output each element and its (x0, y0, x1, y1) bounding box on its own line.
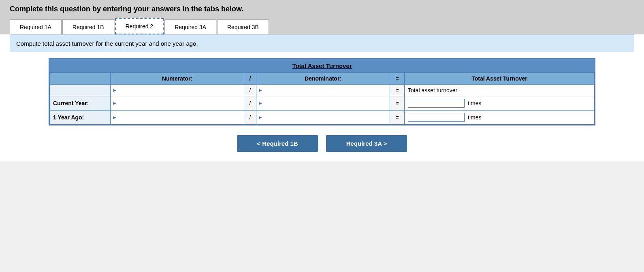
one-year-ago-result-cell: times (405, 110, 595, 125)
input-header-numerator[interactable] (119, 86, 242, 94)
asset-turnover-table: Numerator: / Denominator: = Total Asset … (49, 72, 595, 125)
input-header-denominator[interactable] (264, 86, 388, 94)
input-one-year-ago-denominator[interactable] (264, 113, 388, 121)
prev-button[interactable]: < Required 1B (237, 135, 318, 152)
current-year-equals: = (390, 96, 405, 110)
main-content: Compute total asset turnover for the cur… (0, 34, 644, 162)
tab-required-1a[interactable]: Required 1A (10, 19, 62, 34)
row-header-slash: / (244, 85, 256, 96)
tab-required-3b[interactable]: Required 3B (217, 19, 269, 34)
th-equals: = (390, 73, 405, 85)
current-year-label: Current Year: (50, 96, 111, 110)
one-year-ago-slash: / (244, 110, 256, 125)
th-result: Total Asset Turnover (405, 73, 595, 85)
input-current-year-denominator[interactable] (264, 99, 388, 107)
table-title: Total Asset Turnover (49, 59, 595, 72)
tab-required-2[interactable]: Required 2 (115, 18, 164, 34)
table-header-row: Numerator: / Denominator: = Total Asset … (50, 73, 595, 85)
one-year-ago-times: times (468, 114, 481, 121)
one-year-ago-denominator-cell: ► (256, 110, 390, 125)
table-row-header-data: ► / ► = Total asset turnover (50, 85, 595, 96)
instruction-text: Compute total asset turnover for the cur… (16, 40, 198, 47)
th-label (50, 73, 111, 85)
current-year-result-cell: times (405, 96, 595, 110)
row-header-numerator-wrapper: ► (112, 86, 242, 94)
arrow-icon-header-den: ► (258, 87, 263, 93)
row-header-label (50, 85, 111, 96)
tabs-row: Required 1A Required 1B Required 2 Requi… (0, 18, 644, 34)
input-current-year-numerator[interactable] (119, 99, 242, 107)
row-header-result-cell: Total asset turnover (405, 85, 595, 96)
instruction-bar: Compute total asset turnover for the cur… (10, 34, 634, 52)
current-year-times: times (468, 100, 481, 106)
banner-title: Complete this question by entering your … (10, 5, 634, 18)
current-year-numerator-cell: ► (111, 96, 244, 110)
arrow-icon-cy-num: ► (112, 100, 117, 106)
table-row-current-year: Current Year: ► / ► = (50, 96, 595, 110)
th-numerator: Numerator: (111, 73, 244, 85)
input-one-year-ago-numerator[interactable] (119, 113, 242, 121)
one-year-ago-denominator-wrapper: ► (258, 113, 388, 121)
arrow-icon-cy-den: ► (258, 100, 263, 106)
arrow-icon-oya-num: ► (112, 115, 117, 120)
th-denominator: Denominator: (256, 73, 390, 85)
input-one-year-ago-result[interactable] (408, 113, 465, 122)
tab-required-3a[interactable]: Required 3A (164, 19, 216, 34)
current-year-denominator-cell: ► (256, 96, 390, 110)
top-banner: Complete this question by entering your … (0, 0, 644, 18)
one-year-ago-label: 1 Year Ago: (50, 110, 111, 125)
one-year-ago-numerator-cell: ► (111, 110, 244, 125)
nav-buttons: < Required 1B Required 3A > (10, 135, 634, 152)
row-header-denominator-wrapper: ► (258, 86, 388, 94)
arrow-icon-header-num: ► (112, 87, 117, 93)
asset-turnover-table-container: Total Asset Turnover Numerator: / Denomi… (49, 58, 595, 125)
one-year-ago-result-wrapper: times (408, 113, 591, 122)
current-year-numerator-wrapper: ► (112, 99, 242, 107)
row-header-denominator-cell: ► (256, 85, 390, 96)
th-slash: / (244, 73, 256, 85)
one-year-ago-numerator-wrapper: ► (112, 113, 242, 121)
one-year-ago-equals: = (390, 110, 405, 125)
row-header-numerator-cell: ► (111, 85, 244, 96)
current-year-result-wrapper: times (408, 99, 591, 108)
current-year-denominator-wrapper: ► (258, 99, 388, 107)
arrow-icon-oya-den: ► (258, 115, 263, 120)
current-year-slash: / (244, 96, 256, 110)
input-current-year-result[interactable] (408, 99, 465, 108)
table-row-one-year-ago: 1 Year Ago: ► / ► = (50, 110, 595, 125)
row-header-equals: = (390, 85, 405, 96)
tab-required-1b[interactable]: Required 1B (62, 19, 114, 34)
row-header-result-text: Total asset turnover (408, 87, 457, 94)
next-button[interactable]: Required 3A > (326, 135, 407, 152)
